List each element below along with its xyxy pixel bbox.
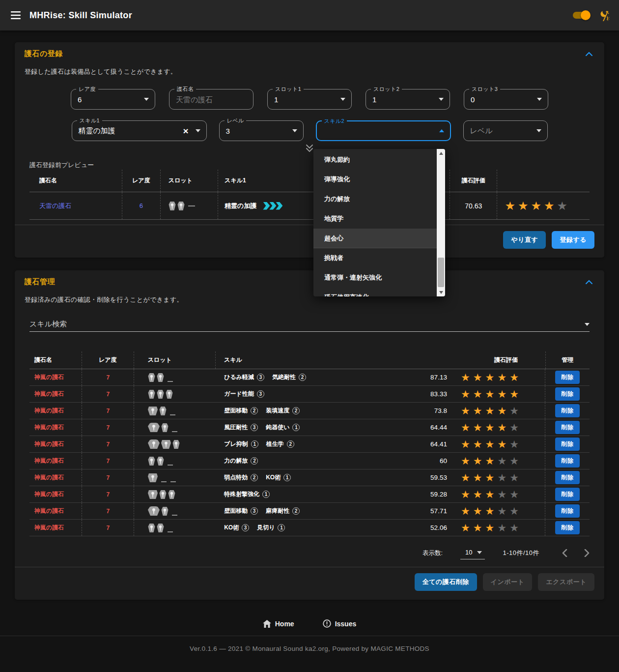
charm-score: 59.53 xyxy=(430,474,447,481)
delete-button[interactable]: 削除 xyxy=(555,421,580,434)
preview-charm-name-link[interactable]: 天雷の護石 xyxy=(39,202,71,210)
scroll-down-icon[interactable] xyxy=(437,288,445,296)
star-filled-icon: ★ xyxy=(461,422,470,433)
rarity-select[interactable]: レア度 6 xyxy=(71,89,155,110)
register-collapse-chevron-icon[interactable] xyxy=(584,50,594,58)
level1-select[interactable]: レベル 3 xyxy=(219,120,304,141)
charm-name-link[interactable]: 神嵐の護石 xyxy=(34,390,64,398)
charm-name-link[interactable]: 神嵐の護石 xyxy=(34,373,64,381)
slot-size1-icon xyxy=(168,490,175,499)
charm-name-link[interactable]: 神嵐の護石 xyxy=(34,407,64,415)
rows-per-page-select[interactable]: 10 xyxy=(460,547,485,559)
rarity-value: 6 xyxy=(71,95,144,104)
star-filled-icon: ★ xyxy=(473,439,482,449)
slot-size2-icon xyxy=(148,407,158,415)
import-button[interactable]: インポート xyxy=(483,573,533,591)
delete-button[interactable]: 削除 xyxy=(555,438,580,451)
theme-mode-icon[interactable] xyxy=(598,9,610,21)
skill1-select[interactable]: スキル1 精霊の加護 × xyxy=(72,120,207,141)
charm-name-link[interactable]: 神嵐の護石 xyxy=(34,490,64,498)
rarity-value: 7 xyxy=(107,458,110,465)
slots-cell xyxy=(134,436,216,452)
skill-level-badge: 3 xyxy=(257,374,264,381)
charm-name-link[interactable]: 神嵐の護石 xyxy=(34,423,64,432)
dropdown-option[interactable]: 砥石使用高速化 xyxy=(313,288,437,296)
theme-toggle-switch[interactable] xyxy=(573,10,591,20)
star-filled-icon: ★ xyxy=(485,506,495,516)
stars-cell: ★★★★★ xyxy=(447,469,545,486)
stars-cell: ★★★★★ xyxy=(447,453,545,469)
app-title: MHRise: Skill Simulator xyxy=(29,10,132,21)
previous-page-icon[interactable] xyxy=(560,547,569,559)
dropdown-option[interactable]: 力の解放 xyxy=(313,189,437,209)
skill-name: KO術 xyxy=(266,473,281,482)
hamburger-menu-icon[interactable] xyxy=(9,8,23,22)
skill-level-badge: 1 xyxy=(262,491,270,498)
dropdown-scrollbar[interactable] xyxy=(437,149,445,296)
slots-cell xyxy=(134,453,216,469)
charm-score: 52.06 xyxy=(430,524,447,531)
skill2-select[interactable]: スキル2 xyxy=(316,120,451,141)
dropdown-option[interactable]: 地質学 xyxy=(313,209,437,229)
slot1-select[interactable]: スロット1 1 xyxy=(267,89,352,110)
delete-button[interactable]: 削除 xyxy=(555,404,580,417)
preview-row: 天雷の護石 6 精霊の加護 70.63 ★★★★★ xyxy=(29,192,590,220)
delete-button[interactable]: 削除 xyxy=(555,371,580,384)
empty-slot-dash xyxy=(170,414,175,415)
expand-skill-rows-icon[interactable] xyxy=(25,144,594,153)
slot-size1-icon xyxy=(172,440,180,449)
delete-button[interactable]: 削除 xyxy=(555,521,580,534)
skill-level-chevron-icon xyxy=(263,202,270,210)
skills-cell: 特殊射撃強化1 xyxy=(216,486,409,502)
star-filled-icon: ★ xyxy=(473,456,482,466)
charm-name-link[interactable]: 神嵐の護石 xyxy=(34,440,64,448)
stars-cell: ★★★★★ xyxy=(447,369,545,385)
delete-all-button[interactable]: 全ての護石削除 xyxy=(415,573,477,591)
delete-button[interactable]: 削除 xyxy=(555,387,580,401)
charm-name-link[interactable]: 神嵐の護石 xyxy=(34,507,64,515)
reset-button[interactable]: やり直す xyxy=(503,231,546,249)
skill1-value: 精霊の加護 xyxy=(72,126,183,136)
clear-icon[interactable]: × xyxy=(183,126,188,136)
stars-cell: ★★★★★ xyxy=(447,419,545,436)
charm-name-input[interactable] xyxy=(169,95,253,104)
issues-link[interactable]: Issues xyxy=(323,619,357,628)
delete-button[interactable]: 削除 xyxy=(555,454,580,467)
dropdown-option[interactable]: 弾丸節約 xyxy=(313,150,437,170)
star-filled-icon: ★ xyxy=(473,422,482,433)
star-filled-icon: ★ xyxy=(497,422,506,433)
charm-name-link[interactable]: 神嵐の護石 xyxy=(34,473,64,482)
scroll-up-icon[interactable] xyxy=(437,149,445,157)
home-link[interactable]: Home xyxy=(263,619,294,628)
skills-cell: KO術3見切り1 xyxy=(216,520,409,536)
slot3-select[interactable]: スロット3 0 xyxy=(464,89,548,110)
rarity-value: 7 xyxy=(107,441,110,448)
next-page-icon[interactable] xyxy=(582,547,591,559)
delete-button[interactable]: 削除 xyxy=(555,488,580,501)
skill-level-badge: 2 xyxy=(299,374,306,381)
skill-search-select[interactable]: スキル検索 xyxy=(29,317,590,332)
star-empty-icon: ★ xyxy=(497,456,506,466)
slot2-select[interactable]: スロット2 1 xyxy=(366,89,450,110)
charm-name-link[interactable]: 神嵐の護石 xyxy=(34,457,64,465)
charm-name-field[interactable]: 護石名 xyxy=(169,89,253,110)
charm-score: 57.71 xyxy=(430,507,447,515)
dropdown-option[interactable]: 超会心 xyxy=(313,229,437,248)
slot-size1-icon xyxy=(148,524,155,532)
star-filled-icon: ★ xyxy=(485,406,495,416)
manage-card-title: 護石管理 xyxy=(25,277,55,287)
charm-name-link[interactable]: 神嵐の護石 xyxy=(34,524,64,532)
slot-size1-icon xyxy=(159,407,167,415)
scrollbar-thumb[interactable] xyxy=(438,258,444,287)
dropdown-option[interactable]: 通常弾・連射矢強化 xyxy=(313,268,437,288)
empty-slot-dash xyxy=(172,431,177,432)
delete-button[interactable]: 削除 xyxy=(555,471,580,484)
export-button[interactable]: エクスポート xyxy=(538,573,594,591)
level2-select[interactable]: レベル xyxy=(463,120,548,141)
delete-button[interactable]: 削除 xyxy=(555,504,580,518)
manage-collapse-chevron-icon[interactable] xyxy=(584,278,594,286)
register-button[interactable]: 登録する xyxy=(552,231,594,249)
skill-search-label: スキル検索 xyxy=(29,320,67,329)
dropdown-option[interactable]: 弾導強化 xyxy=(313,170,437,189)
dropdown-option[interactable]: 挑戦者 xyxy=(313,248,437,268)
